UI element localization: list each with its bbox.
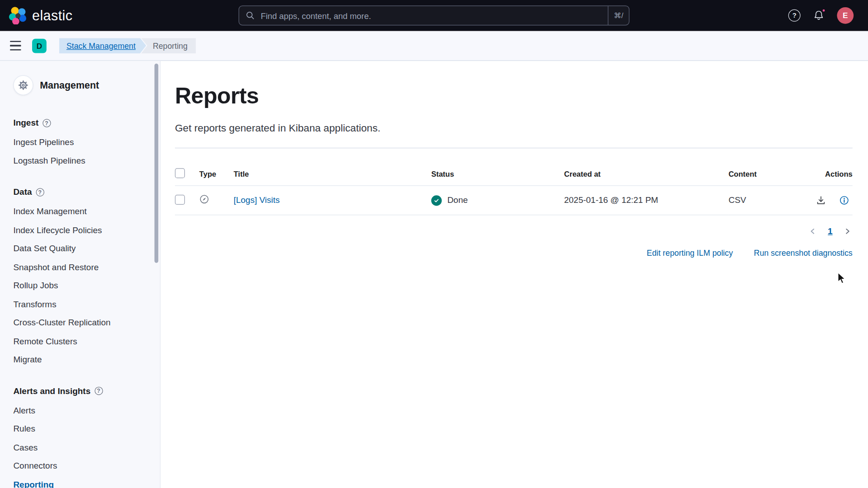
sidebar-item-ingest-pipelines[interactable]: Ingest Pipelines	[13, 133, 143, 151]
breadcrumb-bar: D Stack Management Reporting	[0, 31, 868, 61]
table-header-row: Type Title Status Created at Content Act…	[175, 162, 853, 186]
user-menu-button[interactable]: E	[837, 7, 854, 24]
footer-links: Edit reporting ILM policy Run screenshot…	[175, 249, 853, 258]
info-icon	[839, 195, 849, 205]
edit-ilm-policy-link[interactable]: Edit reporting ILM policy	[647, 249, 733, 258]
status-done-icon	[431, 195, 442, 206]
page-divider	[175, 148, 853, 148]
content-cell: CSV	[728, 186, 811, 215]
sidebar-item-rollup-jobs[interactable]: Rollup Jobs	[13, 276, 143, 295]
sidebar-list-data: Index Management Index Lifecycle Policie…	[13, 202, 143, 369]
page-1-button[interactable]: 1	[828, 226, 833, 236]
section-help-icon[interactable]: ?	[94, 387, 103, 395]
table-row: [Logs] Visits Done 2025	[175, 186, 853, 215]
deployment-badge[interactable]: D	[32, 38, 47, 53]
chevron-right-icon	[844, 227, 851, 235]
sidebar-item-migrate[interactable]: Migrate	[13, 350, 143, 369]
sidebar-item-cross-cluster-replication[interactable]: Cross-Cluster Replication	[13, 313, 143, 332]
search-shortcut-badge: ⌘/	[608, 6, 629, 25]
column-header-type: Type	[199, 162, 234, 186]
sidebar-item-index-management[interactable]: Index Management	[13, 202, 143, 221]
breadcrumb-reporting: Reporting	[141, 38, 196, 53]
section-help-icon[interactable]: ?	[42, 119, 51, 127]
run-screenshot-diagnostics-link[interactable]: Run screenshot diagnostics	[754, 249, 853, 258]
sidebar-item-alerts[interactable]: Alerts	[13, 401, 143, 419]
sidebar-header: Management	[13, 75, 143, 95]
global-header: elastic ⌘/ ? E	[0, 0, 868, 31]
pagination: 1	[175, 226, 853, 236]
brand-wordmark: elastic	[32, 8, 72, 24]
app: elastic ⌘/ ? E	[0, 0, 868, 488]
sidebar-item-reporting[interactable]: Reporting	[13, 475, 143, 488]
column-header-title: Title	[234, 162, 431, 186]
status-badge: Done	[431, 195, 564, 206]
management-sidebar: Management Ingest ? Ingest Pipelines Log…	[0, 61, 160, 488]
notifications-button[interactable]	[813, 10, 824, 21]
status-text: Done	[447, 195, 467, 205]
sidebar-scrollbar[interactable]	[155, 64, 159, 263]
report-type-icon	[199, 194, 209, 204]
sidebar-item-transforms[interactable]: Transforms	[13, 295, 143, 313]
sidebar-item-rules[interactable]: Rules	[13, 419, 143, 438]
created-at-cell: 2025-01-16 @ 12:21 PM	[564, 186, 729, 215]
menu-button[interactable]	[9, 40, 22, 51]
report-title-link[interactable]: [Logs] Visits	[234, 195, 280, 205]
column-header-created-at: Created at	[564, 162, 729, 186]
column-header-content: Content	[728, 162, 811, 186]
chevron-left-icon	[809, 227, 816, 235]
sidebar-list-alerts-insights: Alerts Rules Cases Connectors Reporting	[13, 401, 143, 488]
elastic-logo	[9, 7, 27, 24]
select-all-checkbox[interactable]	[175, 168, 185, 178]
row-checkbox[interactable]	[175, 194, 185, 204]
header-actions: ? E	[788, 7, 859, 24]
help-icon: ?	[788, 9, 801, 22]
download-report-button[interactable]	[816, 195, 826, 205]
sidebar-item-remote-clusters[interactable]: Remote Clusters	[13, 332, 143, 350]
breadcrumb: Stack Management Reporting	[59, 38, 196, 53]
sidebar-section-data: Data ?	[13, 187, 143, 197]
section-help-icon[interactable]: ?	[36, 188, 44, 196]
sidebar-list-ingest: Ingest Pipelines Logstash Pipelines	[13, 133, 143, 170]
next-page-button[interactable]	[843, 226, 853, 236]
download-icon	[816, 195, 826, 205]
sidebar-item-data-set-quality[interactable]: Data Set Quality	[13, 239, 143, 258]
sidebar-item-logstash-pipelines[interactable]: Logstash Pipelines	[13, 151, 143, 170]
breadcrumb-stack-management[interactable]: Stack Management	[59, 38, 146, 53]
gear-icon	[13, 75, 33, 95]
sidebar-section-ingest: Ingest ?	[13, 117, 143, 128]
previous-page-button[interactable]	[808, 226, 818, 236]
report-info-button[interactable]	[839, 195, 849, 205]
page-subtitle: Get reports generated in Kibana applicat…	[175, 122, 853, 135]
global-search-input[interactable]	[259, 10, 608, 21]
reports-table: Type Title Status Created at Content Act…	[175, 162, 853, 216]
avatar: E	[837, 7, 854, 24]
brand[interactable]: elastic	[9, 7, 73, 24]
reports-page: Reports Get reports generated in Kibana …	[160, 61, 868, 488]
sidebar-title: Management	[40, 80, 99, 91]
search-icon	[246, 11, 255, 20]
notification-dot	[821, 8, 826, 13]
page-title: Reports	[175, 83, 853, 109]
help-button[interactable]: ?	[788, 9, 801, 22]
sidebar-section-alerts-insights: Alerts and Insights ?	[13, 385, 143, 396]
column-header-actions: Actions	[811, 162, 853, 186]
row-actions	[811, 195, 853, 205]
sidebar-item-connectors[interactable]: Connectors	[13, 456, 143, 475]
column-header-status: Status	[431, 162, 564, 186]
sidebar-item-index-lifecycle-policies[interactable]: Index Lifecycle Policies	[13, 221, 143, 239]
sidebar-item-snapshot-and-restore[interactable]: Snapshot and Restore	[13, 258, 143, 276]
sidebar-item-cases[interactable]: Cases	[13, 438, 143, 456]
global-search[interactable]: ⌘/	[239, 5, 629, 25]
